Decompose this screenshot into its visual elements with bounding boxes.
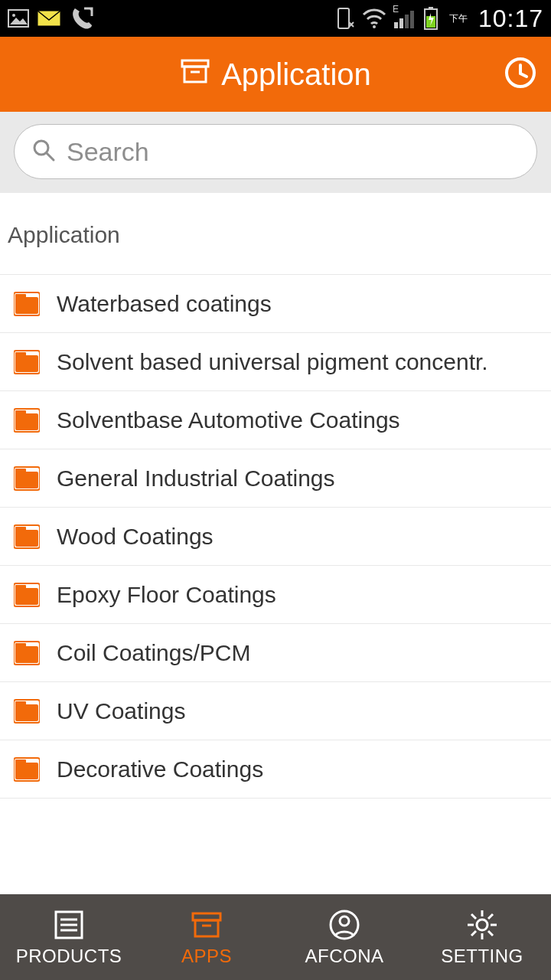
- svg-rect-6: [399, 18, 403, 28]
- wifi-icon: [362, 8, 386, 28]
- history-button[interactable]: [504, 56, 537, 93]
- list-item[interactable]: Solventbase Automotive Coatings: [0, 391, 551, 449]
- svg-rect-24: [15, 413, 38, 430]
- svg-rect-28: [15, 469, 26, 473]
- list-item-label: Epoxy Floor Coatings: [57, 582, 276, 608]
- archive-icon: [180, 56, 210, 93]
- svg-point-54: [477, 920, 487, 930]
- person-icon: [327, 907, 362, 942]
- folder-icon: [14, 698, 40, 724]
- svg-line-62: [471, 931, 476, 936]
- status-left: [8, 5, 95, 31]
- tab-apps[interactable]: APPS: [138, 894, 276, 980]
- svg-rect-43: [15, 760, 26, 764]
- svg-rect-34: [15, 585, 26, 590]
- status-time: 10:17: [478, 5, 543, 33]
- svg-rect-31: [15, 527, 26, 531]
- folder-icon: [14, 407, 40, 433]
- search-box[interactable]: [14, 124, 537, 179]
- folder-icon: [14, 291, 40, 317]
- app-header: Application: [0, 37, 551, 112]
- list-item[interactable]: Solvent based universal pigment concentr…: [0, 333, 551, 391]
- list-item-label: Decorative Coatings: [57, 756, 263, 782]
- tab-label: APPS: [181, 946, 232, 967]
- list-item[interactable]: Epoxy Floor Coatings: [0, 566, 551, 624]
- list-item-label: Wood Coatings: [57, 524, 214, 550]
- svg-point-4: [373, 25, 376, 28]
- archive-icon: [189, 907, 224, 942]
- folder-icon: [14, 524, 40, 550]
- list-item[interactable]: Wood Coatings: [0, 508, 551, 566]
- tab-setting[interactable]: SETTING: [413, 894, 551, 980]
- tab-label: AFCONA: [305, 946, 383, 967]
- folder-icon: [14, 349, 40, 375]
- application-list: Waterbased coatings Solvent based univer…: [0, 274, 551, 799]
- list-item-label: Coil Coatings/PCM: [57, 640, 250, 666]
- svg-rect-18: [15, 297, 38, 314]
- status-time-meridiem: 下午: [449, 12, 468, 25]
- svg-rect-8: [410, 11, 414, 28]
- folder-icon: [14, 640, 40, 666]
- search-input[interactable]: [67, 137, 520, 167]
- list-icon: [51, 907, 86, 942]
- call-forward-icon: [69, 5, 95, 31]
- tab-label: PRODUCTS: [16, 946, 122, 967]
- list-item[interactable]: General Industrial Coatings: [0, 449, 551, 508]
- list-item-label: UV Coatings: [57, 698, 185, 724]
- svg-rect-22: [15, 352, 26, 357]
- list-item[interactable]: UV Coatings: [0, 682, 551, 740]
- list-item-label: Solventbase Automotive Coatings: [57, 407, 400, 433]
- status-bar: E 下午 10:17: [0, 0, 551, 37]
- list-item[interactable]: Decorative Coatings: [0, 740, 551, 799]
- svg-rect-33: [15, 588, 38, 605]
- svg-point-1: [12, 14, 15, 17]
- mail-icon: [37, 10, 61, 27]
- folder-icon: [14, 582, 40, 608]
- gallery-icon: [8, 9, 29, 28]
- tab-label: SETTING: [441, 946, 523, 967]
- svg-rect-19: [15, 294, 26, 299]
- section-label: Application: [0, 193, 551, 274]
- list-item-label: Waterbased coatings: [57, 291, 272, 317]
- svg-rect-21: [15, 355, 38, 372]
- svg-rect-50: [195, 920, 218, 936]
- svg-rect-36: [15, 646, 38, 663]
- svg-rect-27: [15, 472, 38, 488]
- svg-rect-40: [15, 701, 26, 706]
- tab-afcona[interactable]: AFCONA: [276, 894, 413, 980]
- svg-line-61: [488, 914, 493, 919]
- svg-point-53: [340, 916, 349, 926]
- battery-icon: [423, 7, 439, 30]
- phone-mute-icon: [334, 7, 354, 30]
- list-item-label: Solvent based universal pigment concentr…: [57, 349, 488, 375]
- svg-rect-3: [338, 8, 349, 28]
- signal-icon: E: [394, 8, 416, 28]
- svg-rect-25: [15, 410, 26, 415]
- search-icon: [31, 138, 56, 165]
- svg-rect-13: [184, 67, 206, 82]
- folder-icon: [14, 756, 40, 782]
- tab-bar: PRODUCTS APPS AFCONA SETTING: [0, 894, 551, 980]
- svg-rect-39: [15, 704, 38, 721]
- list-item-label: General Industrial Coatings: [57, 466, 335, 492]
- list-item[interactable]: Waterbased coatings: [0, 275, 551, 333]
- search-area: [0, 112, 551, 193]
- svg-rect-7: [405, 15, 409, 28]
- tab-products[interactable]: PRODUCTS: [0, 894, 138, 980]
- list-item[interactable]: Coil Coatings/PCM: [0, 624, 551, 682]
- svg-line-60: [488, 931, 493, 936]
- folder-icon: [14, 466, 40, 492]
- svg-rect-5: [394, 22, 398, 28]
- svg-rect-37: [15, 643, 26, 648]
- page-title: Application: [180, 56, 371, 93]
- svg-rect-42: [15, 763, 38, 779]
- svg-line-17: [47, 153, 54, 160]
- gear-icon: [465, 907, 500, 942]
- svg-rect-30: [15, 530, 38, 547]
- svg-line-59: [471, 914, 476, 919]
- status-right: E 下午 10:17: [334, 5, 543, 33]
- header-title-text: Application: [221, 57, 371, 92]
